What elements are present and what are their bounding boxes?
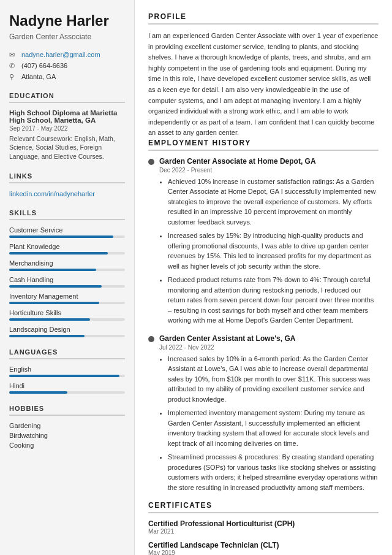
location-text: Atlanta, GA bbox=[21, 73, 56, 80]
job-bullet: Increased sales by 15%: By introducing h… bbox=[168, 231, 379, 271]
skill-label: Landscaping Design bbox=[9, 326, 125, 333]
skill-bar-bg bbox=[9, 302, 125, 304]
skill-bar-bg bbox=[9, 252, 125, 255]
job-bullet: Reduced product returns rate from 7% dow… bbox=[168, 275, 379, 326]
skill-bar-bg bbox=[9, 285, 125, 288]
skill-item: Cash Handling bbox=[9, 276, 125, 288]
jobs-list: Garden Center Associate at Home Depot, G… bbox=[148, 157, 379, 493]
cert-entry: Certified Professional Horticulturist (C… bbox=[148, 519, 379, 535]
cert-title: Certified Landscape Technician (CLT) bbox=[148, 541, 379, 549]
languages-section-title: LANGUAGES bbox=[9, 348, 125, 359]
linkedin-link[interactable]: linkedin.com/in/nadyneharler bbox=[9, 190, 95, 197]
education-section-title: EDUCATION bbox=[9, 92, 125, 103]
job-title: Garden Center Assistant at Lowe's, GA bbox=[159, 334, 295, 343]
phone-icon: ✆ bbox=[9, 62, 18, 70]
skill-bar-fill bbox=[9, 269, 96, 271]
skill-label: Customer Service bbox=[9, 226, 125, 234]
contact-email: ✉ nadyne.harler@gmail.com bbox=[9, 51, 125, 59]
skill-bar-fill bbox=[9, 252, 108, 255]
skill-label: Cash Handling bbox=[9, 276, 125, 283]
skill-item: Landscaping Design bbox=[9, 326, 125, 337]
main-content: PROFILE I am an experienced Garden Cente… bbox=[135, 0, 392, 555]
hobby-item: Cooking bbox=[9, 442, 125, 449]
job-dot bbox=[148, 159, 154, 165]
location-icon: ⚲ bbox=[9, 73, 18, 81]
skill-label: Inventory Management bbox=[9, 293, 125, 300]
cert-date: May 2019 bbox=[148, 549, 379, 555]
job-bullets: Achieved 10% increase in customer satisf… bbox=[159, 177, 379, 326]
email-icon: ✉ bbox=[9, 51, 18, 59]
job-entry: Garden Center Associate at Home Depot, G… bbox=[148, 157, 379, 326]
contact-location: ⚲ Atlanta, GA bbox=[9, 73, 125, 81]
language-label: Hindi bbox=[9, 382, 125, 389]
links-section-title: LINKS bbox=[9, 172, 125, 183]
certs-list: Certified Professional Horticulturist (C… bbox=[148, 519, 379, 555]
language-item: Hindi bbox=[9, 382, 125, 394]
hobbies-list: GardeningBirdwatchingCooking bbox=[9, 422, 125, 449]
skill-item: Horticulture Skills bbox=[9, 309, 125, 321]
cert-entry: Certified Landscape Technician (CLT) May… bbox=[148, 541, 379, 555]
sidebar: Nadyne Harler Garden Center Associate ✉ … bbox=[0, 0, 135, 555]
job-bullet: Implemented inventory management system:… bbox=[168, 408, 379, 448]
sidebar-job-title: Garden Center Associate bbox=[9, 33, 125, 41]
skill-bar-fill bbox=[9, 302, 99, 304]
skill-item: Inventory Management bbox=[9, 293, 125, 304]
skill-label: Merchandising bbox=[9, 259, 125, 267]
languages-section: LANGUAGES English Hindi bbox=[9, 348, 125, 394]
skill-bar-fill bbox=[9, 318, 90, 321]
employment-section: EMPLOYMENT HISTORY Garden Center Associa… bbox=[148, 139, 379, 493]
job-bullet: Streamlined processes & procedures: By c… bbox=[168, 452, 379, 492]
profile-text: I am an experienced Garden Center Associ… bbox=[148, 31, 379, 139]
hobby-item: Gardening bbox=[9, 422, 125, 429]
hobby-item: Birdwatching bbox=[9, 432, 125, 439]
hobbies-section: HOBBIES GardeningBirdwatchingCooking bbox=[9, 405, 125, 449]
skill-bar-bg bbox=[9, 335, 125, 337]
skill-bar-fill bbox=[9, 235, 113, 238]
language-bar-fill bbox=[9, 375, 119, 377]
skill-bar-bg bbox=[9, 318, 125, 321]
edu-degree: High School Diploma at Marietta High Sch… bbox=[9, 109, 125, 124]
edu-coursework: Relevant Coursework: English, Math, Scie… bbox=[9, 134, 125, 161]
contact-phone: ✆ (407) 664-6636 bbox=[9, 62, 125, 70]
edu-date: Sep 2017 - May 2022 bbox=[9, 125, 125, 132]
job-header: Garden Center Assistant at Lowe's, GA bbox=[148, 334, 379, 343]
job-bullet: Increased sales by 10% in a 6-month peri… bbox=[168, 354, 379, 405]
skills-section-title: SKILLS bbox=[9, 209, 125, 220]
languages-list: English Hindi bbox=[9, 366, 125, 394]
skill-item: Customer Service bbox=[9, 226, 125, 238]
language-bar-fill bbox=[9, 391, 67, 394]
sidebar-name: Nadyne Harler bbox=[9, 12, 125, 30]
skill-bar-bg bbox=[9, 235, 125, 238]
skills-list: Customer Service Plant Knowledge Merchan… bbox=[9, 226, 125, 337]
skill-label: Plant Knowledge bbox=[9, 243, 125, 250]
linkedin-link-item: linkedin.com/in/nadyneharler bbox=[9, 189, 125, 198]
contact-section: ✉ nadyne.harler@gmail.com ✆ (407) 664-66… bbox=[9, 51, 125, 81]
language-item: English bbox=[9, 366, 125, 377]
skill-item: Merchandising bbox=[9, 259, 125, 271]
job-title: Garden Center Associate at Home Depot, G… bbox=[159, 157, 316, 166]
language-bar-bg bbox=[9, 375, 125, 377]
job-date: Dec 2022 - Present bbox=[159, 167, 379, 174]
resume-page: Nadyne Harler Garden Center Associate ✉ … bbox=[0, 0, 392, 555]
language-bar-bg bbox=[9, 391, 125, 394]
job-bullets: Increased sales by 10% in a 6-month peri… bbox=[159, 354, 379, 493]
language-label: English bbox=[9, 366, 125, 373]
skills-section: SKILLS Customer Service Plant Knowledge … bbox=[9, 209, 125, 337]
job-bullet: Achieved 10% increase in customer satisf… bbox=[168, 177, 379, 228]
job-date: Jul 2022 - Nov 2022 bbox=[159, 344, 379, 351]
skill-item: Plant Knowledge bbox=[9, 243, 125, 255]
certificates-section: CERTIFICATES Certified Professional Hort… bbox=[148, 501, 379, 555]
cert-date: Mar 2021 bbox=[148, 528, 379, 535]
certificates-section-title: CERTIFICATES bbox=[148, 501, 379, 513]
hobbies-section-title: HOBBIES bbox=[9, 405, 125, 416]
skill-bar-fill bbox=[9, 285, 102, 288]
skill-bar-fill bbox=[9, 335, 85, 337]
email-link[interactable]: nadyne.harler@gmail.com bbox=[21, 51, 100, 58]
cert-title: Certified Professional Horticulturist (C… bbox=[148, 519, 379, 528]
links-section: LINKS linkedin.com/in/nadyneharler bbox=[9, 172, 125, 198]
employment-section-title: EMPLOYMENT HISTORY bbox=[148, 139, 379, 151]
skill-label: Horticulture Skills bbox=[9, 309, 125, 316]
education-section: EDUCATION High School Diploma at Mariett… bbox=[9, 92, 125, 161]
skill-bar-bg bbox=[9, 269, 125, 271]
job-dot bbox=[148, 336, 154, 342]
